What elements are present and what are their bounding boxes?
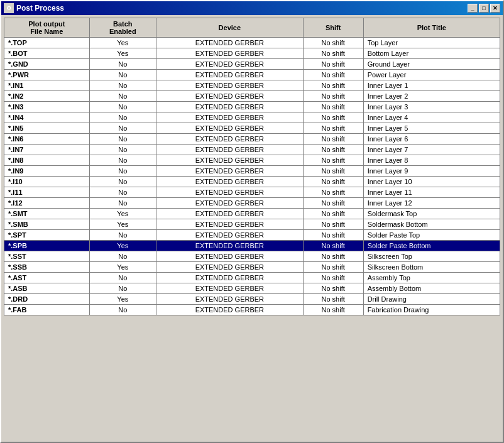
table-row[interactable]: *.PWRNoEXTENDED GERBERNo shiftPower Laye…: [4, 70, 500, 80]
close-button[interactable]: ✕: [490, 4, 500, 13]
cell-batch: No: [89, 283, 156, 294]
cell-device: EXTENDED GERBER: [156, 134, 304, 145]
cell-device: EXTENDED GERBER: [156, 145, 304, 155]
cell-filename: *.GND: [4, 59, 90, 70]
cell-shift: No shift: [303, 70, 363, 80]
cell-batch: No: [89, 123, 156, 134]
cell-filename: *.TOP: [4, 38, 90, 48]
table-row[interactable]: *.SSTNoEXTENDED GERBERNo shiftSilkscreen…: [4, 251, 500, 262]
cell-device: EXTENDED GERBER: [156, 294, 304, 305]
cell-batch: No: [89, 198, 156, 209]
cell-batch: No: [89, 177, 156, 187]
cell-filename: *.IN4: [4, 112, 90, 123]
table-row[interactable]: *.I11NoEXTENDED GERBERNo shiftInner Laye…: [4, 187, 500, 198]
cell-shift: No shift: [303, 262, 363, 273]
cell-filename: *.ASB: [4, 283, 90, 294]
cell-shift: No shift: [303, 166, 363, 177]
cell-title: Inner Layer 6: [363, 134, 500, 145]
cell-filename: *.IN6: [4, 134, 90, 145]
table-row[interactable]: *.FABNoEXTENDED GERBERNo shiftFabricatio…: [4, 305, 500, 315]
window-title: Post Process: [16, 4, 468, 13]
cell-filename: *.PWR: [4, 70, 90, 80]
cell-filename: *.IN8: [4, 155, 90, 166]
cell-device: EXTENDED GERBER: [156, 48, 304, 59]
table-row[interactable]: *.BOTYesEXTENDED GERBERNo shiftBottom La…: [4, 48, 500, 59]
cell-shift: No shift: [303, 219, 363, 230]
cell-shift: No shift: [303, 102, 363, 112]
table-row[interactable]: *.DRDYesEXTENDED GERBERNo shiftDrill Dra…: [4, 294, 500, 305]
cell-title: Inner Layer 1: [363, 80, 500, 91]
cell-device: EXTENDED GERBER: [156, 187, 304, 198]
cell-filename: *.SST: [4, 251, 90, 262]
cell-batch: No: [89, 305, 156, 315]
cell-title: Top Layer: [363, 38, 500, 48]
table-row[interactable]: *.ASBNoEXTENDED GERBERNo shiftAssembly B…: [4, 283, 500, 294]
table-row[interactable]: *.IN6NoEXTENDED GERBERNo shiftInner Laye…: [4, 134, 500, 145]
table-row[interactable]: *.GNDNoEXTENDED GERBERNo shiftGround Lay…: [4, 59, 500, 70]
cell-shift: No shift: [303, 251, 363, 262]
cell-device: EXTENDED GERBER: [156, 305, 304, 315]
cell-filename: *.SPB: [4, 241, 90, 251]
table-row[interactable]: *.IN9NoEXTENDED GERBERNo shiftInner Laye…: [4, 166, 500, 177]
table-row[interactable]: *.ASTNoEXTENDED GERBERNo shiftAssembly T…: [4, 273, 500, 283]
cell-title: Solder Paste Top: [363, 230, 500, 241]
cell-shift: No shift: [303, 230, 363, 241]
cell-title: Drill Drawing: [363, 294, 500, 305]
table-row[interactable]: *.IN5NoEXTENDED GERBERNo shiftInner Laye…: [4, 123, 500, 134]
cell-filename: *.I11: [4, 187, 90, 198]
cell-device: EXTENDED GERBER: [156, 177, 304, 187]
table-row[interactable]: *.SMTYesEXTENDED GERBERNo shiftSoldermas…: [4, 209, 500, 219]
cell-shift: No shift: [303, 294, 363, 305]
cell-filename: *.IN9: [4, 166, 90, 177]
cell-device: EXTENDED GERBER: [156, 155, 304, 166]
cell-shift: No shift: [303, 145, 363, 155]
cell-title: Soldermask Bottom: [363, 219, 500, 230]
table-row[interactable]: *.SMBYesEXTENDED GERBERNo shiftSoldermas…: [4, 219, 500, 230]
cell-device: EXTENDED GERBER: [156, 283, 304, 294]
cell-device: EXTENDED GERBER: [156, 166, 304, 177]
cell-batch: No: [89, 112, 156, 123]
cell-title: Inner Layer 4: [363, 112, 500, 123]
cell-title: Inner Layer 5: [363, 123, 500, 134]
table-row[interactable]: *.IN4NoEXTENDED GERBERNo shiftInner Laye…: [4, 112, 500, 123]
header-device: Device: [156, 18, 304, 38]
table-row[interactable]: *.IN1NoEXTENDED GERBERNo shiftInner Laye…: [4, 80, 500, 91]
cell-filename: *.DRD: [4, 294, 90, 305]
cell-shift: No shift: [303, 209, 363, 219]
table-row[interactable]: *.TOPYesEXTENDED GERBERNo shiftTop Layer: [4, 38, 500, 48]
table-row[interactable]: *.IN8NoEXTENDED GERBERNo shiftInner Laye…: [4, 155, 500, 166]
cell-title: Inner Layer 10: [363, 177, 500, 187]
cell-shift: No shift: [303, 38, 363, 48]
table-row[interactable]: *.I10NoEXTENDED GERBERNo shiftInner Laye…: [4, 177, 500, 187]
cell-shift: No shift: [303, 155, 363, 166]
table-row[interactable]: *.SSBYesEXTENDED GERBERNo shiftSilkscree…: [4, 262, 500, 273]
cell-batch: No: [89, 80, 156, 91]
minimize-button[interactable]: _: [468, 4, 478, 13]
cell-device: EXTENDED GERBER: [156, 102, 304, 112]
header-batch: BatchEnabled: [89, 18, 156, 38]
cell-filename: *.SSB: [4, 262, 90, 273]
table-row[interactable]: *.I12NoEXTENDED GERBERNo shiftInner Laye…: [4, 198, 500, 209]
cell-batch: Yes: [89, 48, 156, 59]
cell-title: Ground Layer: [363, 59, 500, 70]
cell-shift: No shift: [303, 241, 363, 251]
cell-device: EXTENDED GERBER: [156, 70, 304, 80]
table-row[interactable]: *.SPTNoEXTENDED GERBERNo shiftSolder Pas…: [4, 230, 500, 241]
cell-device: EXTENDED GERBER: [156, 241, 304, 251]
cell-filename: *.FAB: [4, 305, 90, 315]
table-row[interactable]: *.SPBYesEXTENDED GERBERNo shiftSolder Pa…: [4, 241, 500, 251]
cell-batch: No: [89, 273, 156, 283]
cell-device: EXTENDED GERBER: [156, 198, 304, 209]
cell-device: EXTENDED GERBER: [156, 209, 304, 219]
table-row[interactable]: *.IN7NoEXTENDED GERBERNo shiftInner Laye…: [4, 145, 500, 155]
cell-batch: Yes: [89, 294, 156, 305]
cell-title: Solder Paste Bottom: [363, 241, 500, 251]
cell-device: EXTENDED GERBER: [156, 219, 304, 230]
table-row[interactable]: *.IN2NoEXTENDED GERBERNo shiftInner Laye…: [4, 91, 500, 102]
cell-title: Assembly Bottom: [363, 283, 500, 294]
maximize-button[interactable]: □: [479, 4, 489, 13]
cell-title: Inner Layer 2: [363, 91, 500, 102]
cell-batch: No: [89, 59, 156, 70]
cell-filename: *.IN5: [4, 123, 90, 134]
table-row[interactable]: *.IN3NoEXTENDED GERBERNo shiftInner Laye…: [4, 102, 500, 112]
